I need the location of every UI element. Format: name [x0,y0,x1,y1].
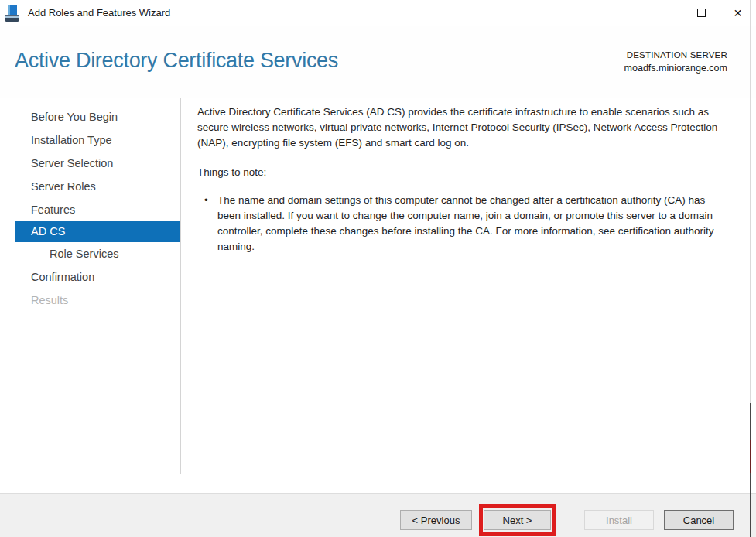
previous-button[interactable]: < Previous [400,510,472,530]
wizard-header: Active Directory Certificate Services DE… [0,26,756,98]
next-button[interactable]: Next > [484,510,551,530]
bullet-icon: • [204,193,217,255]
nav-item-role-services[interactable]: Role Services [0,242,180,265]
nav-item-installation-type[interactable]: Installation Type [0,128,180,152]
cancel-button[interactable]: Cancel [664,510,734,530]
destination-server-label: DESTINATION SERVER [624,49,727,62]
window-controls: ✕ [647,0,756,26]
install-button[interactable]: Install [584,510,654,530]
nav-item-results: Results [0,289,180,312]
server-box-shape [5,15,19,22]
add-roles-features-wizard-window: Add Roles and Features Wizard ✕ Active D… [0,0,756,537]
minimize-button[interactable] [647,0,683,26]
step-description-pane: Active Directory Certificate Services (A… [197,104,742,255]
nav-item-server-roles[interactable]: Server Roles [0,175,180,198]
destination-server-value: moadfs.miniorange.com [624,62,727,75]
maximize-button[interactable] [683,0,720,26]
maximize-icon [697,9,706,17]
window-title: Add Roles and Features Wizard [28,7,170,19]
nav-item-confirmation[interactable]: Confirmation [0,265,180,289]
nav-item-before-you-begin[interactable]: Before You Begin [0,105,180,128]
page-title: Active Directory Certificate Services [15,49,338,73]
nav-item-ad-cs-selected[interactable]: AD CS [15,221,180,242]
server-manager-icon [5,5,21,22]
nav-item-features[interactable]: Features [0,198,180,221]
things-to-note-heading: Things to note: [197,165,742,180]
titlebar: Add Roles and Features Wizard ✕ [0,0,756,26]
minimize-icon [661,15,670,15]
intro-text: Active Directory Certificate Services (A… [197,104,733,151]
wizard-footer: < Previous Next > Install Cancel [0,493,756,537]
annotation-highlight-box: Next > [479,504,556,536]
wizard-steps-nav: Before You Begin Installation Type Serve… [0,98,181,474]
bullet-text: The name and domain settings of this com… [217,193,722,255]
wizard-content: Before You Begin Installation Type Serve… [0,98,756,493]
destination-server-block: DESTINATION SERVER moadfs.miniorange.com [624,49,727,75]
window-edge-artifact [750,0,751,537]
nav-item-server-selection[interactable]: Server Selection [0,152,180,175]
list-item: • The name and domain settings of this c… [204,193,742,255]
close-icon: ✕ [734,8,743,19]
